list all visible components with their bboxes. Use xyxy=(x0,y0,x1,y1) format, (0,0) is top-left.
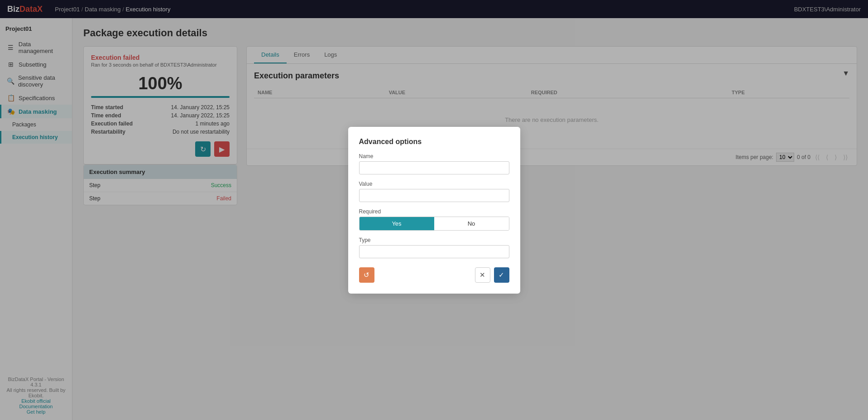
modal-footer: ↺ ✕ ✓ xyxy=(359,267,509,283)
modal-required-field: Required Yes No xyxy=(359,208,509,231)
modal-confirm-button[interactable]: ✓ xyxy=(494,267,509,283)
modal-required-label: Required xyxy=(359,208,509,215)
modal-overlay: Advanced options Name Value Required Yes… xyxy=(0,0,868,420)
modal-name-label: Name xyxy=(359,153,509,159)
modal-type-label: Type xyxy=(359,237,509,243)
modal-name-input[interactable] xyxy=(359,161,509,174)
modal-type-input[interactable] xyxy=(359,245,509,258)
modal-title: Advanced options xyxy=(359,138,509,146)
modal-type-field: Type xyxy=(359,237,509,258)
advanced-options-modal: Advanced options Name Value Required Yes… xyxy=(348,127,520,294)
required-toggle: Yes No xyxy=(359,217,509,231)
required-no-button[interactable]: No xyxy=(434,217,509,230)
modal-value-label: Value xyxy=(359,181,509,187)
modal-name-field: Name xyxy=(359,153,509,174)
required-yes-button[interactable]: Yes xyxy=(360,217,434,230)
modal-value-field: Value xyxy=(359,181,509,202)
modal-action-buttons: ✕ ✓ xyxy=(475,267,509,283)
modal-cancel-button[interactable]: ✕ xyxy=(475,267,490,283)
modal-reset-button[interactable]: ↺ xyxy=(359,267,374,283)
modal-value-input[interactable] xyxy=(359,189,509,202)
